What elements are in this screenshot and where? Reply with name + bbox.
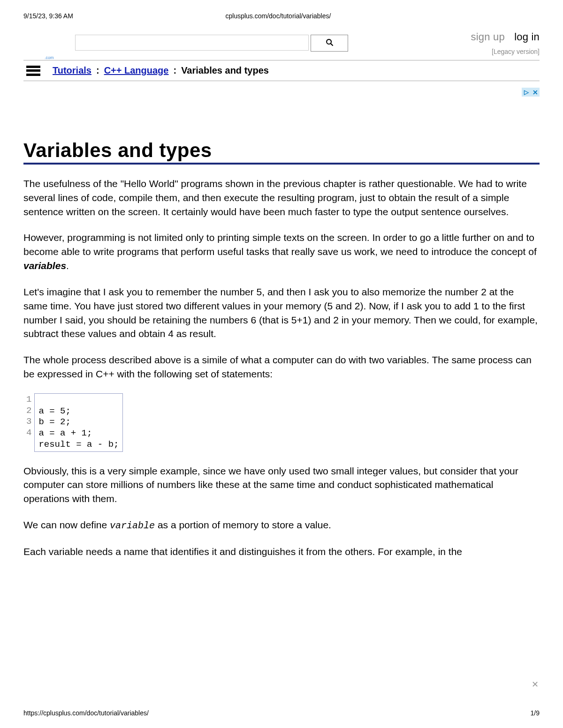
paragraph: We can now define variable as a portion … bbox=[23, 518, 540, 533]
breadcrumb-current: Variables and types bbox=[181, 65, 269, 76]
svg-line-1 bbox=[330, 43, 333, 45]
print-timestamp: 9/15/23, 9:36 AM bbox=[23, 12, 73, 20]
paragraph: The whole process described above is a s… bbox=[23, 353, 540, 381]
paragraph: Obviously, this is a very simple example… bbox=[23, 464, 540, 506]
text: . bbox=[66, 260, 69, 271]
print-footer: https://cplusplus.com/doc/tutorial/varia… bbox=[23, 709, 540, 717]
line-number: 3 bbox=[26, 416, 31, 428]
adchoices-icon[interactable]: ▷ bbox=[522, 88, 531, 97]
line-number: 4 bbox=[26, 428, 31, 439]
ad-region: ▷ ✕ bbox=[0, 81, 563, 133]
print-header: 9/15/23, 9:36 AM cplusplus.com/doc/tutor… bbox=[0, 0, 563, 23]
footer-url: https://cplusplus.com/doc/tutorial/varia… bbox=[23, 709, 149, 717]
breadcrumb: Tutorials : C++ Language : Variables and… bbox=[0, 60, 563, 81]
auth-links: sign up log in [Legacy version] bbox=[471, 31, 540, 55]
print-url-short: cplusplus.com/doc/tutorial/variables/ bbox=[225, 12, 331, 20]
login-link[interactable]: log in bbox=[514, 31, 540, 43]
svg-point-0 bbox=[327, 39, 331, 44]
inline-code-variable: variable bbox=[110, 520, 155, 531]
print-header-spacer bbox=[483, 12, 540, 20]
top-bar: .com sign up log in [Legacy version] bbox=[0, 23, 563, 57]
paragraph: However, programming is not limited only… bbox=[23, 231, 540, 272]
breadcrumb-sep: : bbox=[173, 65, 176, 76]
search-form bbox=[75, 35, 348, 52]
footer-page: 1/9 bbox=[531, 709, 540, 717]
site-logo-fragment: .com bbox=[45, 55, 54, 60]
code-line: b = 2; bbox=[38, 417, 70, 427]
article: Variables and types The usefulness of th… bbox=[0, 139, 563, 559]
text: However, programming is not limited only… bbox=[23, 232, 537, 257]
code-line: a = a + 1; bbox=[38, 428, 92, 438]
breadcrumb-tutorials[interactable]: Tutorials bbox=[53, 65, 91, 76]
paragraph: Each variable needs a name that identifi… bbox=[23, 545, 540, 559]
breadcrumb-sep: : bbox=[96, 65, 99, 76]
line-number: 1 bbox=[26, 394, 31, 405]
search-icon bbox=[326, 38, 334, 48]
search-input[interactable] bbox=[75, 35, 309, 51]
code-line: result = a - b; bbox=[38, 439, 119, 450]
search-button[interactable] bbox=[311, 35, 348, 52]
code-line-numbers: 1 2 3 4 bbox=[23, 393, 34, 452]
adchoices-badge: ▷ ✕ bbox=[522, 88, 540, 97]
hamburger-icon[interactable] bbox=[26, 66, 40, 76]
code-line: a = 5; bbox=[38, 406, 70, 416]
ad-close-icon[interactable]: ✕ bbox=[531, 88, 540, 97]
page-title: Variables and types bbox=[23, 139, 540, 165]
line-number: 2 bbox=[26, 405, 31, 417]
legacy-link[interactable]: [Legacy version] bbox=[492, 48, 540, 55]
signup-link[interactable]: sign up bbox=[471, 31, 505, 43]
text: as a portion of memory to store a value. bbox=[155, 519, 331, 530]
code-block: 1 2 3 4 a = 5; b = 2; a = a + 1; result … bbox=[23, 393, 540, 452]
paragraph: Let's imagine that I ask you to remember… bbox=[23, 285, 540, 341]
code-source: a = 5; b = 2; a = a + 1; result = a - b; bbox=[34, 393, 123, 452]
text: We can now define bbox=[23, 519, 110, 530]
floating-close-icon[interactable]: ✕ bbox=[532, 679, 539, 690]
keyword-variables: variables bbox=[23, 260, 66, 271]
paragraph: The usefulness of the "Hello World" prog… bbox=[23, 177, 540, 218]
breadcrumb-cpp[interactable]: C++ Language bbox=[104, 65, 169, 76]
